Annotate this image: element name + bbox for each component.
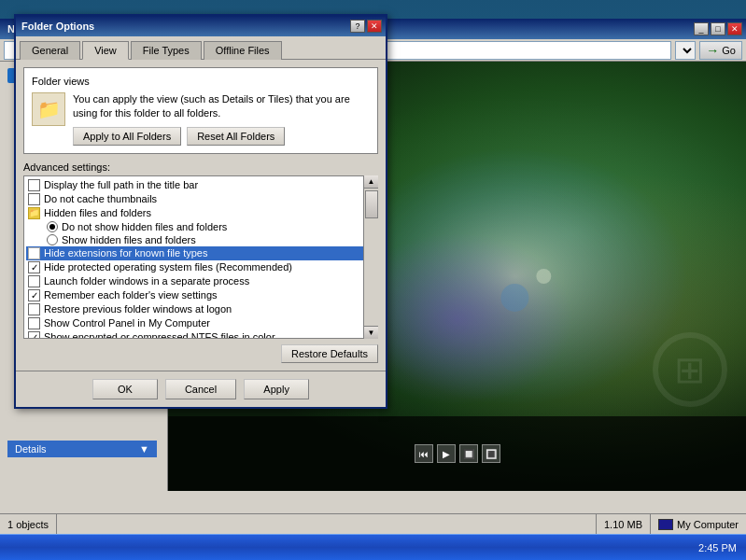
setting-show-hidden-label: Show hidden files and folders	[62, 234, 196, 245]
setting-show-hidden[interactable]: Show hidden files and folders	[26, 233, 375, 246]
setting-launch-separate-label: Launch folder windows in a separate proc…	[44, 275, 249, 287]
advanced-settings-label: Advanced settings:	[23, 161, 378, 173]
setting-restore-windows[interactable]: Restore previous folder windows at logon	[26, 302, 375, 316]
setting-show-control-panel-label: Show Control Panel in My Computer	[44, 317, 210, 329]
checkbox-remember-view[interactable]	[28, 289, 40, 301]
checkbox-restore-windows[interactable]	[28, 303, 40, 315]
tab-general[interactable]: General	[20, 41, 80, 60]
settings-list-container[interactable]: Display the full path in the title bar D…	[23, 175, 378, 339]
setting-launch-separate[interactable]: Launch folder windows in a separate proc…	[26, 274, 375, 288]
checkbox-show-control-panel[interactable]	[28, 317, 40, 329]
scroll-down-button[interactable]: ▼	[364, 326, 378, 339]
desktop: New Folder _ □ ✕ → Go My Network Places	[0, 0, 746, 560]
help-button[interactable]: ?	[350, 20, 365, 33]
setting-no-cache-label: Do not cache thumbnails	[44, 193, 157, 204]
apply-all-folders-button[interactable]: Apply to All Folders	[73, 127, 181, 146]
checkbox-hide-protected[interactable]	[28, 261, 40, 273]
scroll-track	[364, 189, 378, 326]
setting-full-path-label: Display the full path in the title bar	[44, 179, 198, 190]
setting-full-path[interactable]: Display the full path in the title bar	[26, 178, 375, 192]
dialog-close-button[interactable]: ✕	[367, 20, 382, 33]
reset-all-folders-button[interactable]: Reset All Folders	[187, 127, 285, 146]
apply-button[interactable]: Apply	[244, 379, 309, 399]
setting-show-encrypted[interactable]: Show encrypted or compressed NTFS files …	[26, 330, 375, 339]
setting-hide-protected-label: Hide protected operating system files (R…	[44, 261, 292, 273]
settings-wrapper: Display the full path in the title bar D…	[23, 175, 378, 339]
setting-remember-view[interactable]: Remember each folder's view settings	[26, 288, 375, 302]
setting-dont-show-hidden-label: Do not show hidden files and folders	[62, 221, 227, 232]
setting-dont-show-hidden[interactable]: Do not show hidden files and folders	[26, 220, 375, 233]
checkbox-no-cache[interactable]	[28, 193, 40, 205]
ok-button[interactable]: OK	[92, 379, 158, 399]
setting-no-cache[interactable]: Do not cache thumbnails	[26, 192, 375, 206]
setting-show-control-panel[interactable]: Show Control Panel in My Computer	[26, 316, 375, 330]
setting-remember-view-label: Remember each folder's view settings	[44, 289, 218, 301]
folder-views-right: You can apply the view (such as Details …	[73, 92, 370, 146]
dialog-title: Folder Options	[21, 21, 350, 32]
setting-hide-extensions[interactable]: Hide extensions for known file types	[26, 246, 375, 260]
setting-restore-windows-label: Restore previous folder windows at logon	[44, 303, 232, 315]
setting-hidden-group-label: Hidden files and folders	[44, 207, 151, 218]
dialog-overlay: Folder Options ? ✕ General View File Typ…	[0, 0, 746, 560]
folder-options-dialog: Folder Options ? ✕ General View File Typ…	[14, 14, 387, 409]
scrollbar[interactable]: ▲ ▼	[363, 175, 378, 339]
setting-hide-extensions-label: Hide extensions for known file types	[44, 247, 207, 259]
folder-icon: 📁	[32, 92, 65, 126]
checkbox-hide-extensions[interactable]	[28, 247, 40, 259]
tab-offline-files[interactable]: Offline Files	[204, 41, 282, 60]
setting-show-encrypted-label: Show encrypted or compressed NTFS files …	[44, 331, 275, 339]
folder-views-title: Folder views	[32, 76, 370, 87]
restore-defaults-button[interactable]: Restore Defaults	[281, 344, 378, 363]
folder-views-description: You can apply the view (such as Details …	[73, 92, 370, 121]
folder-views-section: Folder views 📁 You can apply the view (s…	[23, 67, 378, 154]
checkbox-launch-separate[interactable]	[28, 275, 40, 287]
dialog-body: Folder views 📁 You can apply the view (s…	[16, 59, 386, 371]
radio-dont-show-hidden[interactable]	[47, 221, 58, 232]
checkbox-full-path[interactable]	[28, 179, 40, 191]
tab-file-types[interactable]: File Types	[131, 41, 202, 60]
cancel-button[interactable]: Cancel	[165, 379, 236, 399]
tab-view[interactable]: View	[82, 41, 129, 60]
setting-hidden-group: 📁 Hidden files and folders	[26, 206, 375, 220]
settings-list: Display the full path in the title bar D…	[26, 178, 375, 339]
dialog-footer: OK Cancel Apply	[16, 371, 386, 407]
dialog-titlebar[interactable]: Folder Options ? ✕	[16, 16, 386, 36]
dialog-window-controls: ? ✕	[350, 20, 382, 33]
views-buttons: Apply to All Folders Reset All Folders	[73, 127, 370, 146]
setting-hide-protected[interactable]: Hide protected operating system files (R…	[26, 260, 375, 274]
scroll-thumb[interactable]	[365, 190, 378, 218]
folder-views-inner: 📁 You can apply the view (such as Detail…	[32, 92, 370, 146]
scroll-up-button[interactable]: ▲	[364, 175, 378, 189]
radio-show-hidden[interactable]	[47, 234, 58, 245]
checkbox-show-encrypted[interactable]	[28, 331, 40, 339]
restore-defaults-row: Restore Defaults	[23, 344, 378, 363]
folder-group-icon: 📁	[28, 207, 40, 219]
tab-bar: General View File Types Offline Files	[16, 36, 386, 59]
